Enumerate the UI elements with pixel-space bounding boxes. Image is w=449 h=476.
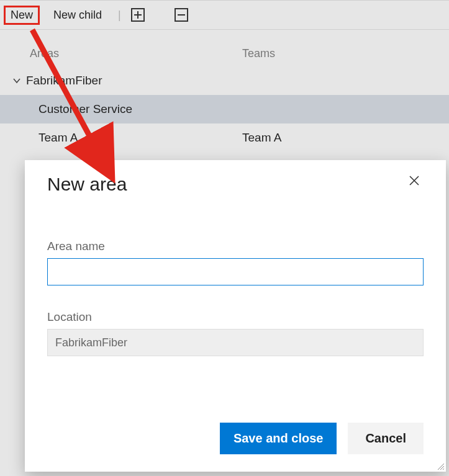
toolbar: New New child | <box>0 0 449 30</box>
tree-root-label: FabrikamFiber <box>26 74 102 88</box>
expand-all-icon[interactable] <box>131 8 145 22</box>
area-name-input[interactable] <box>47 258 424 285</box>
new-child-button[interactable]: New child <box>47 6 108 24</box>
teams-column-header: Teams <box>242 47 449 60</box>
collapse-all-icon[interactable] <box>175 8 188 22</box>
new-button[interactable]: New <box>4 6 40 25</box>
dialog-title: New area <box>47 174 127 195</box>
area-name-label: Area name <box>47 240 424 253</box>
area-tree: FabrikamFiber Customer Service Team A Te… <box>0 66 449 152</box>
close-icon[interactable] <box>405 174 424 190</box>
tree-child-row[interactable]: Team A Team A <box>0 123 449 152</box>
svg-line-2 <box>443 469 444 470</box>
column-headers: Areas Teams <box>0 30 449 66</box>
tree-item-team: Team A <box>242 131 449 145</box>
toolbar-separator: | <box>116 9 124 22</box>
location-input[interactable] <box>47 329 424 356</box>
new-area-dialog: New area Area name Location Save and clo… <box>25 160 446 472</box>
tree-child-row[interactable]: Customer Service <box>0 95 449 123</box>
tree-root-row[interactable]: FabrikamFiber <box>0 66 449 95</box>
tree-item-label: Team A <box>39 131 78 145</box>
areas-column-header: Areas <box>0 47 242 60</box>
location-label: Location <box>47 310 424 324</box>
save-and-close-button[interactable]: Save and close <box>220 423 337 454</box>
chevron-down-icon[interactable] <box>11 77 22 84</box>
cancel-button[interactable]: Cancel <box>348 423 424 454</box>
resize-grip-icon[interactable] <box>436 462 445 470</box>
tree-item-label: Customer Service <box>39 102 132 116</box>
